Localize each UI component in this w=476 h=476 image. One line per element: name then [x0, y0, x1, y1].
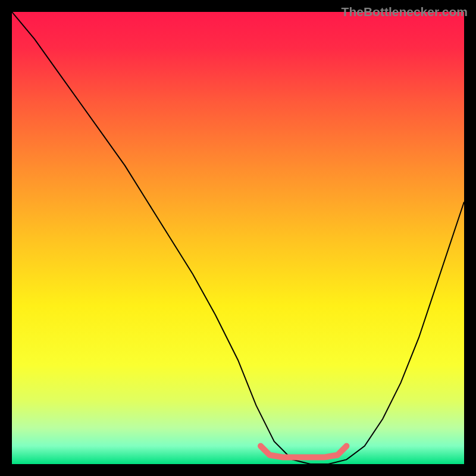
- optimal-range-marker: [261, 446, 346, 458]
- chart-plot-area: [12, 12, 464, 464]
- chart-curves-layer: [12, 12, 464, 464]
- bottleneck-curve: [12, 12, 464, 464]
- watermark-text: TheBottlenecker.com: [342, 5, 468, 19]
